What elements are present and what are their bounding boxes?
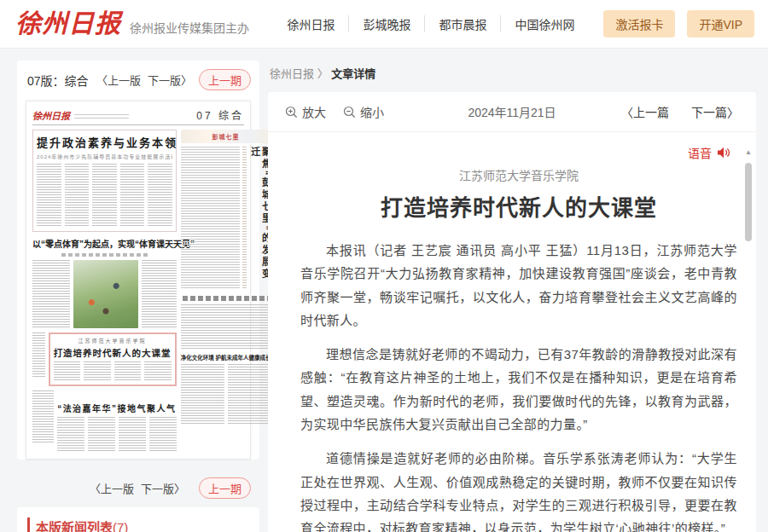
news-list-title: 本版新闻列表(7) (27, 518, 249, 532)
thumb-article-legal: “法治嘉年华”接地气聚人气 (57, 390, 177, 451)
scrollbar-thumb[interactable] (745, 163, 752, 241)
thumb-right-column: 彭城七里 聚焦“彭城七里”的发展变迁 净化文化环境 护航未成年人健康成长 (181, 130, 271, 451)
thumb-article-science-headline (183, 296, 270, 301)
prev-article-button[interactable]: 〈上一篇 (621, 103, 669, 120)
thumb-banner: 彭城七里 (181, 130, 271, 143)
issue-date: 2024年11月21日 (468, 103, 556, 120)
thumb-article-featured[interactable]: 江苏师范大学音乐学院 打造培养时代新人的大课堂 (49, 332, 177, 386)
article-paragraphs: 本报讯（记者 王艺宸 通讯员 高小平 王猛）11月13日，江苏师范大学音乐学院召… (300, 239, 737, 532)
page-panel: 07版：综合 〈上一版 下一版〉 上一期 徐州日报 07 综合 提升政治 (17, 61, 259, 460)
newspaper-page-thumbnail[interactable]: 徐州日报 07 综合 提升政治素养与业务本领 2024年徐州市少先队辅导员基本功… (26, 101, 251, 460)
prev-page-button[interactable]: 〈上一版 (96, 72, 141, 88)
article-paragraph: 本报讯（记者 王艺宸 通讯员 高小平 王猛）11月13日，江苏师范大学音乐学院召… (300, 239, 737, 332)
news-list-panel: 本版新闻列表(7) 提升政治素养与业务本领 ▲ (17, 507, 259, 532)
news-list-count: (7) (113, 520, 128, 532)
site-logo[interactable]: 徐州日报 (15, 11, 121, 37)
prev-issue-button-bottom[interactable]: 上一期 (199, 477, 251, 499)
header-buttons: 激活报卡 开通VIP (603, 10, 754, 38)
thumb-masthead-info (74, 114, 129, 121)
zoom-out-icon (343, 106, 356, 119)
top-nav-item[interactable]: 徐州日报 (273, 15, 348, 32)
top-nav-item[interactable]: 中国徐州网 (500, 15, 588, 32)
next-page-button-bottom[interactable]: 下一版〉 (141, 480, 185, 496)
article-kicker: 江苏师范大学音乐学院 (300, 166, 737, 183)
article-toolbar: 放大 缩小 2024年11月21日 〈上一篇 下一篇〉 (268, 92, 756, 132)
voice-play-button[interactable]: 语音 (268, 132, 756, 161)
top-header: 徐州日报 徐州报业传媒集团主办 徐州日报彭城晚报都市晨报中国徐州网 激活报卡 开… (0, 0, 768, 49)
breadcrumb-root[interactable]: 徐州日报 (270, 67, 314, 80)
next-page-button[interactable]: 下一版〉 (148, 72, 192, 88)
main-content: 徐州日报 〉 文章详情 放大 缩小 2024年11月21日 〈上一篇 下一篇〉 (268, 61, 756, 532)
thumb-masthead: 徐州日报 (32, 108, 70, 122)
prev-page-button-bottom[interactable]: 〈上一版 (90, 480, 134, 496)
sidebar-bottom-nav: 〈上一版 下一版〉 上一期 (17, 470, 259, 506)
top-nav: 徐州日报彭城晚报都市晨报中国徐州网 (273, 15, 588, 32)
open-vip-button[interactable]: 开通VIP (687, 10, 754, 38)
article-panel: 放大 缩小 2024年11月21日 〈上一篇 下一篇〉 语音 江苏师范大学音乐学… (268, 92, 756, 532)
article-paragraph: 道德情操是造就好老师的必由阶梯。音乐学系张涛老师认为：“大学生正处在世界观、人生… (300, 447, 737, 532)
breadcrumb-separator: 〉 (317, 67, 329, 80)
breadcrumb: 徐州日报 〉 文章详情 (268, 61, 756, 92)
zoom-out-button[interactable]: 缩小 (343, 103, 384, 120)
zoom-in-button[interactable]: 放大 (285, 103, 326, 120)
page-label: 07版：综合 (27, 72, 89, 89)
prev-issue-button[interactable]: 上一期 (199, 69, 251, 90)
thumb-article-sports: 以“零点体育”为起点，实现“体育课天天见” (32, 237, 177, 250)
organizer-label: 徐州报业传媒集团主办 (130, 19, 249, 36)
thumb-photo (73, 260, 138, 328)
article-title: 打造培养时代新人的大课堂 (300, 190, 737, 222)
thumb-page-corner: 07 综合 (196, 107, 244, 122)
thumb-article-main: 提升政治素养与业务本领 2024年徐州市少先队辅导员基本功专业技能展示活动举行 (32, 130, 177, 232)
top-nav-item[interactable]: 都市晨报 (424, 15, 500, 32)
thumb-article-vertical: 聚焦“彭城七里”的发展变迁 (181, 147, 271, 290)
zoom-in-icon (285, 106, 298, 119)
article-scrollbar[interactable]: ▲ (743, 148, 753, 532)
speaker-icon (717, 147, 730, 159)
next-article-button[interactable]: 下一篇〉 (691, 103, 739, 120)
thumb-left-column: 提升政治素养与业务本领 2024年徐州市少先队辅导员基本功专业技能展示活动举行 … (32, 130, 177, 451)
sidebar: 07版：综合 〈上一版 下一版〉 上一期 徐州日报 07 综合 提升政治 (17, 61, 259, 532)
thumb-article-purify: 净化文化环境 护航未成年人健康成长 (181, 353, 271, 361)
breadcrumb-current: 文章详情 (331, 67, 375, 80)
top-nav-item[interactable]: 彭城晚报 (348, 15, 424, 32)
article-paragraph: 理想信念是铸就好老师的不竭动力，已有37年教龄的滑静教授对此深有感触：“在教育这… (300, 343, 737, 436)
article-body: 江苏师范大学音乐学院 打造培养时代新人的大课堂 本报讯（记者 王艺宸 通讯员 高… (268, 161, 756, 532)
activate-card-button[interactable]: 激活报卡 (603, 10, 675, 38)
scroll-up-icon[interactable]: ▲ (743, 148, 753, 156)
